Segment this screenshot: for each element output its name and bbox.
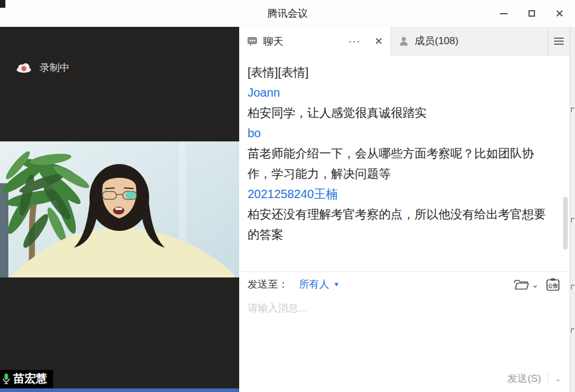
chat-message: 柏安同学，让人感觉很真诚很踏实 — [248, 103, 546, 123]
chat-panel: 聊天 ··· ✕ 成员(108) [表情][表情] — [239, 27, 570, 392]
send-to-dropdown[interactable]: 所有人 ▼ — [299, 277, 339, 291]
minimize-button[interactable] — [497, 8, 509, 20]
chat-message: [表情][表情] — [248, 62, 546, 82]
members-person-icon — [398, 36, 409, 46]
close-button[interactable]: ✕ — [554, 8, 565, 20]
tabbar-right: 成员(108) — [391, 27, 570, 55]
background-text-fragment — [571, 107, 574, 112]
dropdown-caret-icon: ▼ — [333, 281, 339, 288]
chat-scrollbar-thumb[interactable] — [563, 197, 568, 249]
hamburger-icon — [554, 38, 564, 39]
video-panel: 录制中 — [0, 27, 239, 392]
video-bottom-bar — [0, 388, 239, 392]
folder-icon[interactable] — [514, 279, 529, 291]
background-window-strip — [570, 27, 575, 392]
close-icon: ✕ — [555, 8, 564, 19]
maximize-icon — [528, 10, 535, 17]
chat-message: 苗老师能介绍一下，会从哪些方面考察呢？比如团队协作，学习能力，解决问题等 — [248, 143, 546, 184]
send-divider — [548, 373, 548, 384]
chat-bubble-icon — [247, 36, 258, 47]
recording-label: 录制中 — [39, 61, 70, 75]
send-to-row: 发送至： 所有人 ▼ ⌄ 公告 — [239, 271, 570, 297]
background-text-fragment — [571, 285, 574, 289]
panel-menu-button[interactable] — [548, 27, 570, 55]
window-title: 腾讯会议 — [267, 7, 308, 20]
video-feed — [0, 141, 239, 277]
recording-cloud-icon — [16, 63, 32, 73]
chat-close-icon[interactable]: ✕ — [375, 35, 383, 48]
background-window-corner — [0, 0, 5, 8]
chat-sender: Joann — [248, 82, 546, 103]
folder-caret-icon[interactable]: ⌄ — [531, 280, 539, 289]
message-input[interactable] — [248, 303, 561, 314]
chat-sender: bo — [248, 123, 546, 143]
meeting-window: 腾讯会议 ✕ 录制中 — [0, 0, 575, 392]
tab-chat-label: 聊天 — [263, 35, 283, 48]
tab-chat[interactable]: 聊天 ··· ✕ — [239, 27, 391, 55]
announcement-icon[interactable]: 公告 — [546, 277, 560, 291]
background-text-fragment — [571, 328, 574, 333]
send-row: 发送(S) ⌄ — [239, 365, 570, 392]
tabbar: 聊天 ··· ✕ 成员(108) — [239, 27, 570, 55]
announcement-icon-label: 公告 — [548, 283, 559, 289]
titlebar: 腾讯会议 ✕ — [0, 0, 575, 27]
send-to-value: 所有人 — [299, 277, 329, 291]
background-text-fragment — [571, 218, 574, 223]
send-button[interactable]: 发送(S) — [507, 372, 541, 385]
tab-members[interactable]: 成员(108) — [391, 27, 548, 55]
tab-members-label: 成员(108) — [415, 34, 459, 48]
chat-message-list[interactable]: [表情][表情] Joann 柏安同学，让人感觉很真诚很踏实 bo 苗老师能介绍… — [239, 55, 570, 271]
chat-message: 柏安还没有理解考官考察的点，所以他没有给出考官想要的答案 — [248, 204, 546, 245]
chat-sender: 2021258240王楠 — [248, 184, 546, 204]
microphone-icon — [2, 373, 11, 385]
send-to-label: 发送至： — [248, 277, 288, 291]
maximize-button[interactable] — [525, 8, 537, 20]
message-input-area — [239, 297, 570, 365]
minimize-icon — [500, 13, 508, 14]
chat-more-icon[interactable]: ··· — [348, 35, 361, 48]
send-options-caret-icon[interactable]: ⌄ — [555, 374, 561, 383]
participant-name: 苗宏慧 — [13, 371, 47, 387]
recording-indicator: 录制中 — [16, 61, 70, 75]
chat-toolbar-icons: ⌄ 公告 — [514, 277, 560, 291]
participant-name-label: 苗宏慧 — [0, 370, 53, 388]
window-controls: ✕ — [497, 0, 569, 27]
